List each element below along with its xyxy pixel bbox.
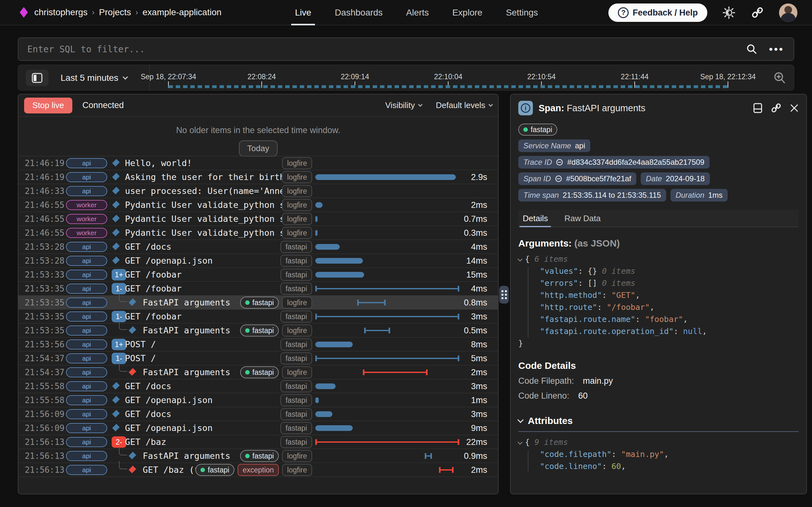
- child-count-badge[interactable]: 1+: [112, 269, 126, 280]
- detail-tab-raw-data[interactable]: Raw Data: [563, 210, 602, 227]
- detail-tabs: DetailsRaw Data: [518, 210, 799, 227]
- copy-link-icon[interactable]: [771, 103, 781, 113]
- child-count-badge[interactable]: 2-: [112, 436, 126, 448]
- trace-row[interactable]: 21:56:13apiFastAPI argumentsfastapilogfi…: [18, 449, 498, 463]
- meta-pill-span-id[interactable]: Span ID#5008bce5f7fe21af: [518, 172, 636, 185]
- service-badge-worker: worker: [66, 200, 107, 210]
- trace-row[interactable]: 21:56:09apiGET /openapi.jsonfastapi9ms: [18, 421, 498, 435]
- service-badge-api: api: [66, 381, 107, 391]
- duration-bar-zone: [315, 393, 459, 407]
- filter-options-icon[interactable]: •••: [769, 43, 784, 55]
- tag-fastapi: fastapi: [281, 422, 312, 434]
- row-message: Pydantic User validate_python succee: [125, 226, 285, 240]
- trace-row[interactable]: 21:46:19apiAsking the user for their bir…: [18, 170, 498, 184]
- user-avatar[interactable]: [779, 3, 798, 22]
- trace-row[interactable]: 21:55:58apiGET /docsfastapi3ms: [18, 379, 498, 393]
- close-icon[interactable]: [790, 104, 799, 112]
- duration-bar-zone: [315, 240, 459, 254]
- theme-toggle-icon[interactable]: [722, 6, 736, 20]
- trace-row[interactable]: 21:53:28apiGET /openapi.jsonfastapi14ms: [18, 254, 498, 268]
- timeline[interactable]: Sep 18, 22:07:3422:08:2422:09:1422:10:04…: [18, 65, 794, 90]
- trace-row[interactable]: 21:53:35api1-GET /foobarfastapi3ms: [18, 309, 498, 324]
- trace-row[interactable]: 21:56:13apiGET /baz (foobar)fastapiexcep…: [18, 463, 498, 477]
- service-badge-api: api: [66, 284, 107, 294]
- span-title: Span: FastAPI arguments: [539, 103, 646, 113]
- tree-connector: [119, 461, 127, 469]
- trace-row[interactable]: 21:46:55workerPydantic User validate_pyt…: [18, 198, 498, 212]
- timeline-zoom-icon[interactable]: [772, 71, 787, 85]
- row-timestamp: 21:54:37: [25, 365, 64, 379]
- row-tags: fastapi: [281, 254, 312, 268]
- span-whisker-bar: [315, 439, 459, 445]
- expand-chevron-icon[interactable]: [518, 257, 523, 262]
- duration-bar: [315, 397, 319, 403]
- row-tags: logfire: [282, 170, 312, 184]
- tab-dashboards[interactable]: Dashboards: [335, 0, 383, 25]
- trace-row[interactable]: 21:46:55workerPydantic User validate_pyt…: [18, 212, 498, 226]
- trace-row[interactable]: 21:55:58apiGET /openapi.jsonfastapi1ms: [18, 393, 498, 407]
- child-count-badge[interactable]: 1-: [112, 353, 126, 364]
- trace-row[interactable]: 21:46:33apiuser processed: User(name='An…: [18, 184, 498, 198]
- panel-resize-handle[interactable]: [499, 286, 509, 303]
- span-diamond-icon: [112, 215, 120, 222]
- trace-row[interactable]: 21:46:19apiHello, world!logfire: [18, 156, 498, 170]
- trace-row[interactable]: 21:53:56api1+POST /fastapi8ms: [18, 337, 498, 351]
- trace-row[interactable]: 21:53:28apiGET /docsfastapi4ms: [18, 240, 498, 254]
- trace-row[interactable]: 21:54:37api1-POST /fastapi5ms: [18, 351, 498, 365]
- trace-row[interactable]: 21:53:33api1+GET /foobarfastapi15ms: [18, 268, 498, 282]
- today-button[interactable]: Today: [239, 140, 277, 157]
- span-diamond-icon: [112, 424, 120, 432]
- trace-row[interactable]: 21:53:35api1-GET /foobarfastapi4ms: [18, 282, 498, 296]
- row-message: FastAPI arguments: [143, 296, 230, 309]
- row-duration: 3ms: [458, 309, 487, 324]
- tag-fastapi: fastapi: [281, 311, 312, 323]
- trace-row[interactable]: 21:53:35apiFastAPI argumentsfastapilogfi…: [18, 296, 498, 309]
- breadcrumb-item-christophergs[interactable]: christophergs: [34, 7, 88, 17]
- tab-explore[interactable]: Explore: [452, 0, 483, 25]
- sql-filter-input[interactable]: [18, 44, 745, 55]
- meta-label: Span ID: [523, 174, 551, 183]
- child-count-badge[interactable]: 1-: [112, 311, 126, 322]
- trace-row[interactable]: 21:46:55workerPydantic User validate_pyt…: [18, 226, 498, 240]
- feedback-help-button[interactable]: ? Feedback / Help: [608, 3, 707, 22]
- child-count-badge[interactable]: 1-: [112, 283, 126, 294]
- json-line: "fastapi.route.name": "foobar",: [518, 314, 799, 326]
- tab-settings[interactable]: Settings: [506, 0, 538, 25]
- expand-chevron-icon[interactable]: [518, 440, 523, 445]
- trace-row[interactable]: 21:56:09apiGET /docsfastapi3ms: [18, 407, 498, 421]
- trace-row[interactable]: 21:54:37apiFastAPI argumentsfastapilogfi…: [18, 365, 498, 379]
- json-line: "code.lineno": 60,: [518, 460, 799, 472]
- row-tags: fastapilogfire: [240, 365, 312, 379]
- duration-bar-zone: [315, 184, 459, 198]
- span-diamond-icon: [112, 201, 120, 209]
- detail-tab-details[interactable]: Details: [521, 210, 549, 227]
- logfire-logo[interactable]: [20, 7, 28, 18]
- default-levels-dropdown[interactable]: Default levels: [436, 101, 492, 110]
- primary-tabs: LiveDashboardsAlertsExploreSettings: [295, 0, 538, 25]
- share-link-icon[interactable]: [751, 6, 764, 20]
- link-icon: [555, 175, 562, 182]
- collapse-chevron-icon[interactable]: [517, 417, 524, 423]
- meta-pill-trace-id[interactable]: Trace ID#d834c3374dd6fa2e4aa82a55ab21750…: [518, 156, 710, 169]
- span-whisker-bar: [363, 370, 427, 375]
- tab-alerts[interactable]: Alerts: [406, 0, 429, 25]
- trace-row[interactable]: 21:56:13api2-GET /bazfastapi22ms: [18, 435, 498, 449]
- timeline-tick-label: Sep 18, 22:07:34: [141, 72, 196, 81]
- visibility-dropdown[interactable]: Visibility: [385, 101, 421, 110]
- search-icon[interactable]: [745, 43, 758, 55]
- child-count-badge[interactable]: 1+: [112, 339, 126, 350]
- meta-pill-date: Date2024-09-18: [641, 172, 710, 185]
- tag-fastapi: fastapi: [281, 269, 312, 281]
- trace-row[interactable]: 21:53:35apiFastAPI argumentsfastapilogfi…: [18, 324, 498, 337]
- attributes-json: { 9 items"code.filepath": "main.py","cod…: [518, 436, 799, 472]
- tag-dot-icon: [245, 328, 250, 333]
- breadcrumb-item-Projects[interactable]: Projects: [99, 7, 131, 17]
- row-duration: 2ms: [458, 198, 487, 212]
- tag-logfire: logfire: [282, 171, 312, 183]
- breadcrumb-item-example-application[interactable]: example-application: [142, 7, 221, 17]
- top-nav: christophergs›Projects›example-applicati…: [0, 0, 812, 25]
- dock-panel-icon[interactable]: [753, 103, 763, 113]
- breadcrumb-separator: ›: [92, 8, 95, 17]
- tab-live[interactable]: Live: [295, 0, 311, 25]
- stop-live-button[interactable]: Stop live: [24, 98, 72, 113]
